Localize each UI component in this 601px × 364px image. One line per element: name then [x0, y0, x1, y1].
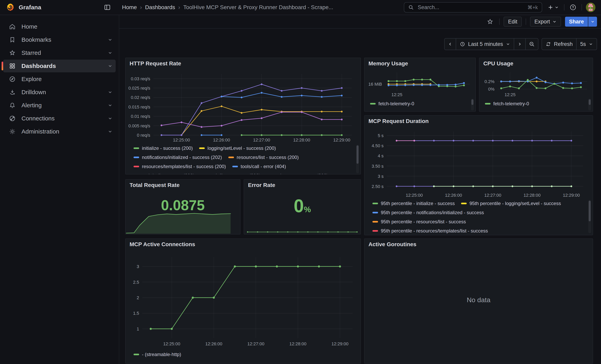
panel-title[interactable]: CPU Usage: [483, 60, 513, 67]
svg-text:3 s: 3 s: [378, 174, 384, 179]
time-shift-forward-button[interactable]: [514, 39, 526, 50]
legend-item[interactable]: tools/list - success (200): [201, 173, 260, 174]
search-box[interactable]: ⌘+k: [404, 2, 542, 12]
zoom-out-button[interactable]: [526, 39, 538, 50]
sidebar-nav: Home Bookmarks Starred Dashboards Explor…: [0, 15, 119, 364]
brand-title: Grafana: [19, 4, 41, 11]
chevron-down-icon[interactable]: [108, 37, 112, 42]
help-button[interactable]: ?: [568, 3, 578, 12]
sidebar-item-explore[interactable]: Explore: [3, 73, 116, 85]
header-actions: ⌘+k ?: [404, 2, 601, 12]
panel-title[interactable]: HTTP Request Rate: [130, 60, 181, 67]
panel-title[interactable]: Error Rate: [248, 182, 275, 188]
sidebar-item-drilldown[interactable]: Drilldown: [3, 86, 116, 98]
edit-button[interactable]: Edit: [504, 17, 522, 27]
panel-title[interactable]: Memory Usage: [369, 60, 408, 67]
share-button[interactable]: Share: [565, 17, 588, 27]
legend-item[interactable]: resources/templates/list - success (200): [134, 164, 226, 169]
refresh-interval-picker[interactable]: 5s: [577, 39, 597, 50]
user-avatar[interactable]: [586, 3, 595, 12]
search-input[interactable]: [417, 4, 524, 11]
chevron-down-icon[interactable]: [108, 64, 112, 68]
legend-item[interactable]: fetch-telemetry-0: [485, 101, 529, 107]
svg-text:0.2%: 0.2%: [485, 79, 494, 84]
legend-scrollbar[interactable]: [588, 200, 591, 233]
legend-item[interactable]: notifications/initialized - success (202…: [134, 155, 222, 160]
scrollbar-thumb[interactable]: [589, 99, 591, 105]
sidebar-item-bookmarks[interactable]: Bookmarks: [3, 33, 116, 46]
sidebar-item-starred[interactable]: Starred: [3, 47, 116, 59]
error-rate-value: 0%: [244, 196, 361, 216]
sidebar-item-label: Dashboards: [21, 63, 102, 69]
http-request-rate-chart[interactable]: 0 req/s0.005 req/s0.01 req/s0.015 req/s0…: [128, 70, 354, 144]
drilldown-icon: [9, 89, 16, 96]
legend-scrollbar[interactable]: [356, 145, 359, 173]
legend-swatch-icon: [232, 166, 238, 167]
scrollbar-thumb[interactable]: [357, 146, 359, 164]
scrollbar-thumb[interactable]: [589, 201, 591, 221]
legend-item[interactable]: tools/call - success (200): [134, 173, 194, 174]
legend-item[interactable]: 95th percentile - resources/list - succe…: [372, 219, 466, 225]
time-shift-back-button[interactable]: [445, 39, 456, 50]
legend-item[interactable]: - (streamable-http): [134, 352, 181, 357]
legend-item[interactable]: 95th percentile - logging/setLevel - suc…: [461, 201, 561, 206]
chevron-down-icon[interactable]: [108, 103, 112, 108]
svg-text:12:27:00: 12:27:00: [253, 138, 270, 142]
legend-row: fetch-telemetry-0: [370, 101, 467, 107]
legend-item[interactable]: 95th percentile - notifications/initiali…: [372, 210, 484, 215]
legend-row: fetch-telemetry-0: [485, 101, 585, 107]
sidebar-toggle-icon[interactable]: [102, 2, 112, 12]
add-new-button[interactable]: [546, 3, 560, 12]
time-range-picker[interactable]: Last 5 minutes: [456, 39, 514, 50]
memory-usage-chart[interactable]: 16 MiB12:25: [366, 69, 473, 98]
breadcrumb-dashboards[interactable]: Dashboards: [145, 4, 175, 10]
svg-text:5 s: 5 s: [378, 133, 384, 138]
scrollbar-thumb[interactable]: [471, 99, 473, 105]
breadcrumb-home[interactable]: Home: [122, 4, 137, 10]
mcp-request-duration-chart[interactable]: 5 s4.50 s4 s3.50 s3 s2.50 s12:25:0012:26…: [367, 127, 586, 199]
legend-item[interactable]: fetch-telemetry-0: [370, 101, 414, 107]
legend-item[interactable]: unknown - success (200): [267, 173, 328, 174]
panel-title[interactable]: Total Request Rate: [130, 182, 180, 188]
legend-swatch-icon: [372, 230, 378, 232]
chevron-down-icon[interactable]: [108, 129, 112, 134]
legend-item[interactable]: initialize - success (200): [134, 146, 193, 151]
favorite-star-button[interactable]: [485, 17, 495, 27]
panel-mcp-active-connections: MCP Active Connections 32.521.5112:25:00…: [125, 238, 361, 364]
chevron-down-icon: [591, 20, 595, 24]
sidebar-item-alerting[interactable]: Alerting: [3, 99, 116, 112]
chevron-down-icon[interactable]: [108, 90, 112, 95]
legend-item[interactable]: resources/list - success (200): [228, 155, 299, 160]
legend-label: 95th percentile - resources/list - succe…: [381, 219, 466, 225]
legend-item[interactable]: 95th percentile - initialize - success: [372, 201, 455, 206]
legend-item[interactable]: tools/call - error (404): [232, 164, 286, 169]
home-icon: [9, 23, 16, 30]
sidebar-item-dashboards[interactable]: Dashboards: [3, 59, 116, 72]
refresh-icon: [546, 41, 551, 47]
svg-text:12:28:00: 12:28:00: [523, 193, 541, 198]
panel-cpu-usage: CPU Usage 0.2%0%12:25 fetch-telemetry-0: [479, 58, 593, 112]
sidebar-item-home[interactable]: Home: [3, 20, 116, 33]
legend-item[interactable]: 95th percentile - resources/templates/li…: [372, 228, 488, 234]
sidebar-item-administration[interactable]: Administration: [3, 125, 116, 138]
legend-swatch-icon: [372, 221, 378, 223]
no-data-message: No data: [364, 296, 593, 304]
grafana-app: Grafana Home › Dashboards › ToolHive MCP…: [0, 0, 601, 364]
sidebar-item-connections[interactable]: Connections: [3, 112, 116, 125]
legend-item[interactable]: logging/setLevel - success (200): [199, 146, 276, 151]
refresh-button[interactable]: Refresh: [542, 39, 577, 50]
duration-legend: 95th percentile - initialize - success95…: [372, 201, 585, 235]
share-menu-button[interactable]: [588, 17, 597, 27]
chevron-down-icon[interactable]: [108, 50, 112, 55]
panel-title[interactable]: MCP Request Duration: [369, 118, 429, 124]
export-button[interactable]: Export: [530, 17, 561, 27]
legend-row: 95th percentile - resources/templates/li…: [372, 228, 585, 234]
cpu-usage-chart[interactable]: 0.2%0%12:25: [481, 69, 590, 98]
panel-title[interactable]: MCP Active Connections: [130, 241, 195, 247]
mcp-active-connections-chart[interactable]: 32.521.5112:25:0012:26:0012:27:0012:28:0…: [128, 252, 357, 348]
chevron-down-icon[interactable]: [108, 116, 112, 121]
legend-scrollbar[interactable]: [588, 98, 591, 110]
legend-scrollbar[interactable]: [471, 98, 474, 110]
grafana-logo-icon[interactable]: [5, 3, 15, 12]
panel-title[interactable]: Active Goroutines: [369, 241, 416, 247]
